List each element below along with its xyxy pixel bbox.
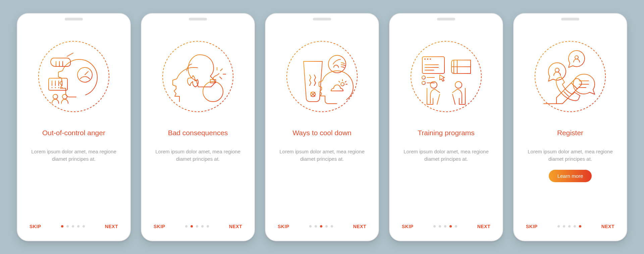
screen-title: Ways to cool down (292, 124, 351, 142)
svg-point-12 (287, 41, 357, 112)
onboarding-nav: SKIPNEXT (21, 224, 127, 229)
page-dot (185, 225, 187, 227)
svg-point-23 (422, 76, 425, 79)
screen-title: Training programs (418, 124, 475, 142)
screen-title: Bad consequences (168, 124, 228, 142)
page-dot (72, 225, 74, 227)
page-dot (579, 225, 581, 227)
svg-point-16 (411, 41, 481, 112)
next-button[interactable]: NEXT (353, 224, 366, 229)
page-dot (309, 225, 312, 227)
screen-title: Register (557, 124, 583, 142)
svg-point-20 (424, 58, 426, 60)
page-dot (77, 225, 79, 227)
screen-description: Lorem ipsum dolor amet, mea regione diam… (28, 148, 119, 163)
page-dot (315, 225, 317, 227)
page-dot (201, 225, 204, 227)
page-indicator (433, 225, 457, 227)
skip-button[interactable]: SKIP (526, 224, 538, 229)
onboarding-nav: SKIPNEXT (393, 224, 499, 229)
page-dot (568, 225, 571, 227)
page-dot (196, 225, 198, 227)
onboarding-screen: RegisterLorem ipsum dolor amet, mea regi… (517, 25, 623, 237)
onboarding-nav: SKIPNEXT (517, 224, 623, 229)
svg-point-4 (55, 87, 56, 88)
onboarding-screen: Training programsLorem ipsum dolor amet,… (393, 25, 499, 237)
svg-point-26 (555, 68, 559, 72)
onboarding-screen: Ways to cool downLorem ipsum dolor amet,… (269, 25, 375, 237)
skip-button[interactable]: SKIP (154, 224, 165, 229)
svg-point-27 (575, 56, 578, 59)
register-illustration (532, 38, 609, 115)
screen-description: Lorem ipsum dolor amet, mea regione diam… (152, 148, 244, 163)
phone-frame: RegisterLorem ipsum dolor amet, mea regi… (513, 13, 627, 241)
bad-illustration (159, 38, 236, 115)
page-dot (61, 225, 63, 227)
page-dot (455, 225, 457, 227)
page-dot (191, 225, 193, 227)
onboarding-carousel: Out-of-control angerLorem ipsum dolor am… (7, 3, 637, 251)
page-dot (66, 225, 69, 227)
onboarding-screen: Bad consequencesLorem ipsum dolor amet, … (145, 25, 251, 237)
svg-point-24 (422, 81, 425, 85)
svg-point-21 (427, 58, 428, 60)
skip-button[interactable]: SKIP (278, 224, 289, 229)
page-indicator (185, 225, 209, 227)
screen-description: Lorem ipsum dolor amet, mea regione diam… (276, 148, 368, 163)
svg-point-6 (61, 87, 62, 88)
svg-point-25 (535, 41, 605, 112)
next-button[interactable]: NEXT (477, 224, 490, 229)
skip-button[interactable]: SKIP (30, 224, 41, 229)
svg-point-7 (53, 94, 58, 99)
screen-title: Out-of-control anger (42, 124, 105, 142)
page-dot (320, 225, 322, 227)
next-button[interactable]: NEXT (601, 224, 614, 229)
page-dot (331, 225, 333, 227)
next-button[interactable]: NEXT (229, 224, 242, 229)
skip-button[interactable]: SKIP (402, 224, 414, 229)
page-indicator (61, 225, 85, 227)
anger-illustration (35, 38, 112, 115)
page-dot (433, 225, 436, 227)
next-button[interactable]: NEXT (105, 224, 118, 229)
svg-point-14 (328, 55, 346, 73)
training-illustration (408, 38, 485, 115)
svg-point-22 (430, 58, 431, 60)
screen-description: Lorem ipsum dolor amet, mea regione diam… (400, 148, 492, 163)
page-dot (574, 225, 576, 227)
svg-point-18 (455, 82, 462, 88)
svg-point-8 (62, 94, 67, 99)
onboarding-screen: Out-of-control angerLorem ipsum dolor am… (21, 25, 127, 237)
phone-frame: Training programsLorem ipsum dolor amet,… (389, 13, 503, 241)
page-dot (325, 225, 328, 227)
page-dot (563, 225, 565, 227)
cool-illustration (283, 38, 361, 115)
page-dot (557, 225, 560, 227)
svg-point-9 (163, 41, 233, 112)
svg-point-3 (51, 87, 52, 88)
page-dot (449, 225, 452, 227)
phone-frame: Out-of-control angerLorem ipsum dolor am… (17, 13, 131, 241)
svg-point-15 (341, 83, 344, 86)
page-dot (207, 225, 209, 227)
page-dot (444, 225, 446, 227)
phone-frame: Ways to cool downLorem ipsum dolor amet,… (265, 13, 379, 241)
page-dot (83, 225, 85, 227)
phone-frame: Bad consequencesLorem ipsum dolor amet, … (141, 13, 255, 241)
page-indicator (309, 225, 333, 227)
page-dot (439, 225, 441, 227)
onboarding-nav: SKIPNEXT (269, 224, 375, 229)
onboarding-nav: SKIPNEXT (145, 224, 251, 229)
svg-point-5 (58, 87, 59, 88)
page-indicator (557, 225, 581, 227)
screen-description: Lorem ipsum dolor amet, mea regione diam… (525, 148, 616, 163)
svg-point-0 (39, 41, 109, 112)
learn-more-button[interactable]: Learn more (549, 170, 592, 182)
